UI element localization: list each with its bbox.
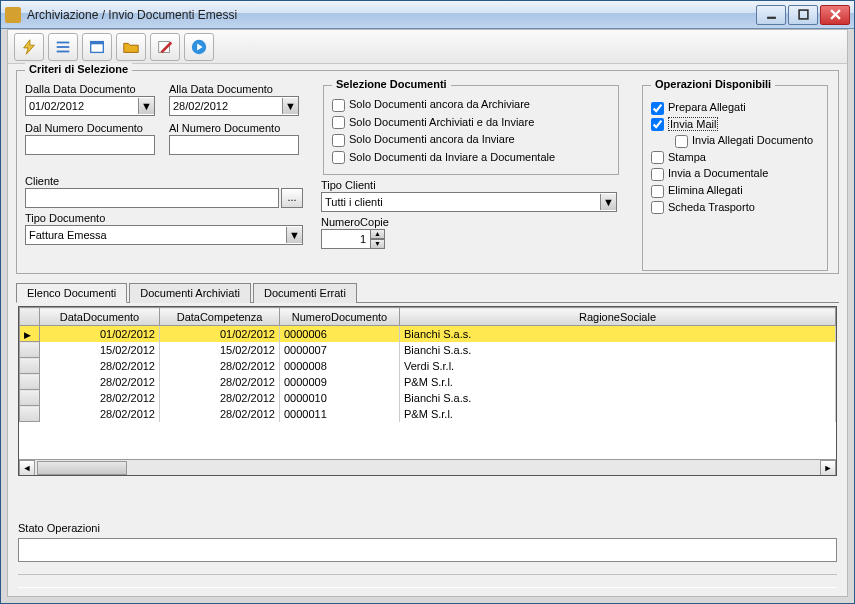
row-selector-header[interactable]	[20, 308, 40, 326]
cliente-lookup-button[interactable]: ...	[281, 188, 303, 208]
chk-inviare-documentale[interactable]: Solo Documenti da Inviare a Documentale	[332, 151, 610, 165]
toolbar	[8, 30, 847, 64]
cell-data-comp: 15/02/2012	[160, 342, 280, 358]
chk-solo-inviare[interactable]: Solo Documenti ancora da Inviare	[332, 133, 610, 147]
dropdown-icon[interactable]: ▼	[600, 194, 616, 210]
table-row[interactable]: 28/02/201228/02/20120000008Verdi S.r.l.	[20, 358, 836, 374]
chk-invia-documentale[interactable]: Invia a Documentale	[651, 167, 819, 181]
chk-elimina-allegati[interactable]: Elimina Allegati	[651, 184, 819, 198]
tipo-documento-label: Tipo Documento	[25, 212, 315, 224]
chk-archiviati-inviare[interactable]: Solo Documenti Archiviati e da Inviare	[332, 116, 610, 130]
criteri-selezione-group: Criteri di Selezione Dalla Data Document…	[16, 70, 839, 274]
cell-data-comp: 28/02/2012	[160, 374, 280, 390]
operazioni-legend: Operazioni Disponibili	[651, 78, 775, 90]
cliente-input[interactable]	[25, 188, 279, 208]
dal-numero-input[interactable]	[25, 135, 155, 155]
row-header[interactable]	[20, 406, 40, 422]
toolbar-play-icon[interactable]	[184, 33, 214, 61]
al-numero-input[interactable]	[169, 135, 299, 155]
titlebar: Archiviazione / Invio Documenti Emessi	[1, 1, 854, 29]
cell-num-doc: 0000010	[280, 390, 400, 406]
row-header[interactable]	[20, 326, 40, 342]
cell-data-doc: 28/02/2012	[40, 406, 160, 422]
dal-numero-label: Dal Numero Documento	[25, 122, 155, 134]
table-row[interactable]: 28/02/201228/02/20120000010Bianchi S.a.s…	[20, 390, 836, 406]
chk-invia-allegati-doc[interactable]: Invia Allegati Documento	[675, 134, 819, 148]
cell-num-doc: 0000007	[280, 342, 400, 358]
cell-data-doc: 15/02/2012	[40, 342, 160, 358]
spinner-down-icon[interactable]: ▼	[371, 239, 385, 249]
cell-data-doc: 28/02/2012	[40, 374, 160, 390]
toolbar-list-icon[interactable]	[48, 33, 78, 61]
cell-num-doc: 0000008	[280, 358, 400, 374]
col-numero-documento[interactable]: NumeroDocumento	[280, 308, 400, 326]
cell-data-doc: 28/02/2012	[40, 390, 160, 406]
selezione-legend: Selezione Documenti	[332, 78, 451, 90]
cell-ragione: Bianchi S.a.s.	[400, 390, 836, 406]
cell-num-doc: 0000009	[280, 374, 400, 390]
cell-data-comp: 01/02/2012	[160, 326, 280, 342]
app-icon	[5, 7, 21, 23]
row-header[interactable]	[20, 374, 40, 390]
cell-num-doc: 0000006	[280, 326, 400, 342]
spinner-up-icon[interactable]: ▲	[371, 229, 385, 239]
toolbar-edit-icon[interactable]	[150, 33, 180, 61]
col-data-competenza[interactable]: DataCompetenza	[160, 308, 280, 326]
table-row[interactable]: 15/02/201215/02/20120000007Bianchi S.a.s…	[20, 342, 836, 358]
selezione-documenti-group: Selezione Documenti Solo Documenti ancor…	[323, 85, 619, 175]
chk-scheda-trasporto[interactable]: Scheda Trasporto	[651, 201, 819, 215]
tab-documenti-archiviati[interactable]: Documenti Archiviati	[129, 283, 251, 303]
table-row[interactable]: 28/02/201228/02/20120000009P&M S.r.l.	[20, 374, 836, 390]
chk-solo-archiviare[interactable]: Solo Documenti ancora da Archiviare	[332, 98, 610, 112]
svg-marker-4	[24, 39, 35, 53]
col-data-documento[interactable]: DataDocumento	[40, 308, 160, 326]
cell-ragione: Bianchi S.a.s.	[400, 326, 836, 342]
row-header[interactable]	[20, 358, 40, 374]
stato-operazioni-box	[18, 538, 837, 562]
stato-operazioni-label: Stato Operazioni	[18, 522, 837, 534]
chk-prepara-allegati[interactable]: Prepara Allegati	[651, 101, 819, 115]
table-row[interactable]: 01/02/201201/02/20120000006Bianchi S.a.s…	[20, 326, 836, 342]
dalla-data-input[interactable]: 01/02/2012 ▼	[25, 96, 155, 116]
window-title: Archiviazione / Invio Documenti Emessi	[27, 8, 754, 22]
tab-strip: Elenco Documenti Documenti Archiviati Do…	[16, 282, 839, 303]
toolbar-window-icon[interactable]	[82, 33, 112, 61]
content-panel: Criteri di Selezione Dalla Data Document…	[7, 29, 848, 597]
horizontal-scrollbar[interactable]: ◄ ►	[19, 459, 836, 475]
scroll-thumb[interactable]	[37, 461, 127, 475]
numero-copie-spinner[interactable]: ▲▼	[321, 229, 621, 249]
scroll-right-icon[interactable]: ►	[820, 460, 836, 476]
cell-data-comp: 28/02/2012	[160, 406, 280, 422]
dalla-data-label: Dalla Data Documento	[25, 83, 155, 95]
cell-num-doc: 0000011	[280, 406, 400, 422]
tab-elenco-documenti[interactable]: Elenco Documenti	[16, 283, 127, 303]
maximize-button[interactable]	[788, 5, 818, 25]
alla-data-input[interactable]: 28/02/2012 ▼	[169, 96, 299, 116]
tipo-clienti-select[interactable]: Tutti i clienti ▼	[321, 192, 617, 212]
svg-rect-9	[91, 41, 104, 44]
chk-invia-mail[interactable]: Invia Mail	[651, 118, 819, 132]
row-header[interactable]	[20, 342, 40, 358]
dropdown-icon[interactable]: ▼	[282, 98, 298, 114]
al-numero-label: Al Numero Documento	[169, 122, 299, 134]
cell-ragione: Bianchi S.a.s.	[400, 342, 836, 358]
dropdown-icon[interactable]: ▼	[138, 98, 154, 114]
row-header[interactable]	[20, 390, 40, 406]
toolbar-lightning-icon[interactable]	[14, 33, 44, 61]
cell-data-doc: 28/02/2012	[40, 358, 160, 374]
cell-data-comp: 28/02/2012	[160, 390, 280, 406]
operazioni-disponibili-group: Operazioni Disponibili Prepara Allegati …	[642, 85, 828, 271]
chk-stampa[interactable]: Stampa	[651, 151, 819, 165]
scroll-left-icon[interactable]: ◄	[19, 460, 35, 476]
cell-data-doc: 01/02/2012	[40, 326, 160, 342]
minimize-button[interactable]	[756, 5, 786, 25]
close-button[interactable]	[820, 5, 850, 25]
col-ragione-sociale[interactable]: RagioneSociale	[400, 308, 836, 326]
dropdown-icon[interactable]: ▼	[286, 227, 302, 243]
toolbar-folder-icon[interactable]	[116, 33, 146, 61]
tipo-documento-select[interactable]: Fattura Emessa ▼	[25, 225, 303, 245]
documents-grid[interactable]: DataDocumento DataCompetenza NumeroDocum…	[18, 306, 837, 476]
table-row[interactable]: 28/02/201228/02/20120000011P&M S.r.l.	[20, 406, 836, 422]
tipo-clienti-label: Tipo Clienti	[321, 179, 621, 191]
tab-documenti-errati[interactable]: Documenti Errati	[253, 283, 357, 303]
